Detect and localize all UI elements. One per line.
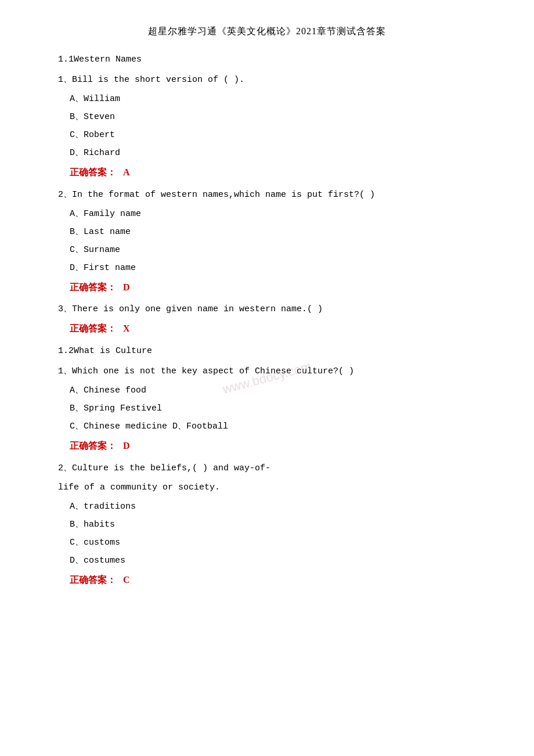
answer-3-value: X — [123, 323, 130, 333]
answer-5-value: C — [123, 575, 130, 585]
question-1: 1、Bill is the short version of ( ). A、Wi… — [35, 72, 499, 181]
section-2: 1.2What is Culture 1、Which one is not th… — [35, 343, 499, 589]
answer-4-label: 正确答案： — [70, 441, 116, 451]
answer-4-value: D — [123, 441, 130, 451]
question-5-text: 2、Culture is the beliefs,( ) and way-of- — [58, 460, 499, 476]
option-2b: B、Last name — [70, 224, 499, 240]
question-2-text: 2、In the format of western names,which n… — [58, 187, 499, 203]
answer-1-value: A — [123, 167, 130, 177]
section-2-header: 1.2What is Culture — [58, 343, 499, 359]
answer-2: 正确答案： D — [70, 279, 499, 296]
option-2d: D、First name — [70, 260, 499, 276]
answer-5-label: 正确答案： — [70, 575, 116, 585]
question-5: 2、Culture is the beliefs,( ) and way-of-… — [35, 460, 499, 589]
option-4a: A、Chinese food — [70, 383, 499, 398]
answer-5: 正确答案： C — [70, 572, 499, 589]
question-3-text: 3、There is only one given name in wester… — [58, 301, 499, 317]
option-4c: C、Chinese medicine D、Football — [70, 419, 499, 434]
option-1a: A、William — [70, 91, 499, 107]
answer-4: 正确答案： D — [70, 438, 499, 455]
question-5-text2: life of a community or society. — [58, 480, 499, 495]
question-4: 1、Which one is not the key aspect of Chi… — [35, 363, 499, 455]
option-2c: C、Surname — [70, 242, 499, 258]
question-1-text: 1、Bill is the short version of ( ). — [58, 72, 499, 88]
option-5d: D、costumes — [70, 553, 499, 568]
answer-2-value: D — [123, 282, 130, 292]
option-5a: A、traditions — [70, 499, 499, 514]
answer-1-label: 正确答案： — [70, 167, 116, 177]
option-1c: C、Robert — [70, 127, 499, 143]
option-1b: B、Steven — [70, 109, 499, 125]
answer-3: 正确答案： X — [70, 321, 499, 337]
option-1d: D、Richard — [70, 145, 499, 161]
option-5b: B、habits — [70, 517, 499, 532]
answer-1: 正确答案： A — [70, 164, 499, 181]
section-1-header: 1.1Western Names — [58, 52, 499, 67]
option-2a: A、Family name — [70, 206, 499, 222]
page-title: 超星尔雅学习通《英美文化概论》2021章节测试含答案 — [35, 23, 499, 40]
answer-3-label: 正确答案： — [70, 323, 116, 333]
section-1: 1.1Western Names 1、Bill is the short ver… — [35, 52, 499, 337]
answer-2-label: 正确答案： — [70, 282, 116, 292]
question-3: 3、There is only one given name in wester… — [35, 301, 499, 337]
option-4b: B、Spring Festivel — [70, 401, 499, 416]
question-4-text: 1、Which one is not the key aspect of Chi… — [58, 363, 499, 379]
question-2: 2、In the format of western names,which n… — [35, 187, 499, 296]
option-5c: C、customs — [70, 535, 499, 550]
